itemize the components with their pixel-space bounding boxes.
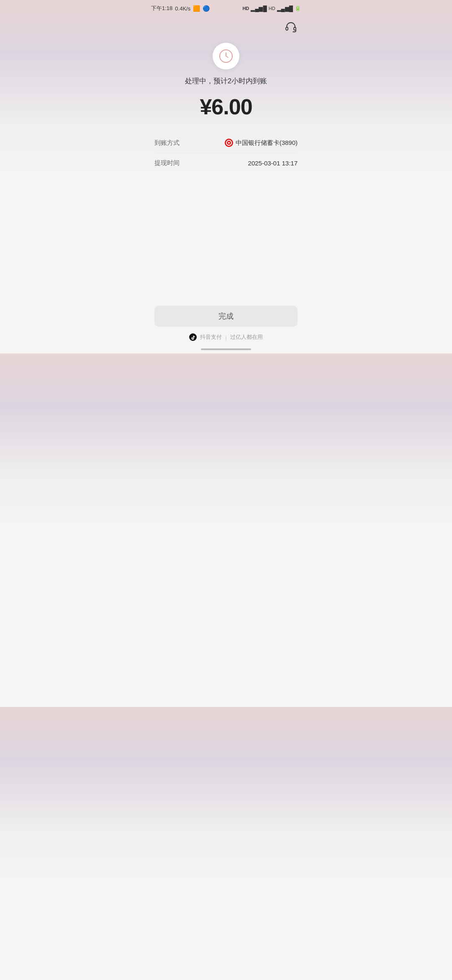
brand-slogan: 过亿人都在用 (230, 333, 263, 341)
bank-icon-inner (226, 140, 232, 146)
payment-method-text: 中国银行储蓄卡(3890) (236, 139, 298, 147)
status-icon-app: 🔵 (203, 5, 210, 12)
withdrawal-amount: ¥6.00 (200, 94, 252, 119)
info-section: 到账方式 中国银行储蓄卡(3890) 提现时间 2025-03-01 13:17 (144, 133, 308, 173)
bottom-section: 完成 抖音支付 | 过亿人都在用 (144, 306, 308, 353)
main-content: 处理中，预计2小时内到账 ¥6.00 到账方式 中国银行储蓄卡(3890) 提现… (144, 39, 308, 173)
home-indicator (201, 348, 251, 350)
brand-divider: | (225, 334, 226, 340)
payment-method-label: 到账方式 (154, 139, 180, 147)
clock-icon (218, 49, 234, 64)
footer-brand: 抖音支付 | 过亿人都在用 (189, 333, 262, 341)
status-signal1: ▂▄▆█ (251, 5, 267, 12)
clock-circle (213, 43, 239, 70)
status-icon-msg: 🟧 (193, 5, 200, 12)
customer-service-button[interactable] (282, 18, 299, 35)
status-network: 0.4K/s (175, 5, 190, 12)
status-signal2: ▂▄▆█ (277, 5, 293, 12)
payment-method-value: 中国银行储蓄卡(3890) (225, 139, 298, 147)
status-left: 下午1:18 0.4K/s 🟧 🔵 (151, 5, 210, 12)
status-right: HD ▂▄▆█ HD ▂▄▆█ 🔋 (242, 5, 301, 12)
header (144, 15, 308, 39)
withdrawal-time-row: 提现时间 2025-03-01 13:17 (154, 153, 298, 173)
svg-rect-0 (286, 27, 288, 30)
status-hd: HD (242, 6, 249, 11)
done-button[interactable]: 完成 (154, 306, 298, 327)
tiktok-icon (189, 333, 197, 341)
headset-icon (284, 20, 298, 34)
status-time: 下午1:18 (151, 5, 172, 12)
withdrawal-time-label: 提现时间 (154, 159, 180, 167)
withdrawal-time-value: 2025-03-01 13:17 (248, 160, 298, 167)
processing-status-text: 处理中，预计2小时内到账 (185, 76, 267, 86)
status-bar: 下午1:18 0.4K/s 🟧 🔵 HD ▂▄▆█ HD ▂▄▆█ 🔋 (144, 0, 308, 15)
status-carrier-icon: HD (269, 6, 275, 11)
svg-point-3 (189, 333, 197, 341)
bank-icon (225, 139, 233, 147)
status-battery: 🔋 (295, 5, 301, 11)
brand-name: 抖音支付 (200, 333, 222, 341)
payment-method-row: 到账方式 中国银行储蓄卡(3890) (154, 133, 298, 153)
